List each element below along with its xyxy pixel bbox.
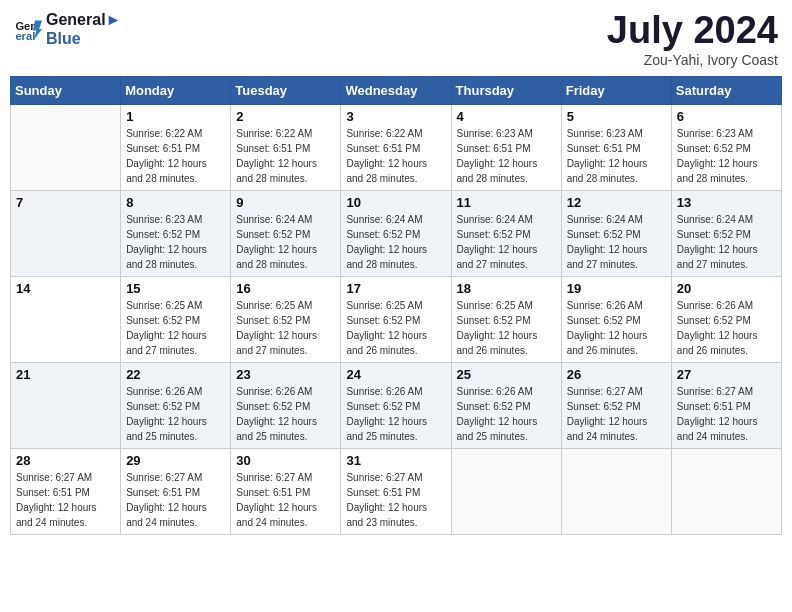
day-number: 22	[126, 367, 225, 382]
day-number: 10	[346, 195, 445, 210]
day-detail: Sunrise: 6:25 AMSunset: 6:52 PMDaylight:…	[457, 298, 556, 358]
day-detail: Sunrise: 6:27 AMSunset: 6:51 PMDaylight:…	[16, 470, 115, 530]
day-number: 5	[567, 109, 666, 124]
calendar-cell: 24Sunrise: 6:26 AMSunset: 6:52 PMDayligh…	[341, 362, 451, 448]
calendar-cell: 5Sunrise: 6:23 AMSunset: 6:51 PMDaylight…	[561, 104, 671, 190]
day-number: 8	[126, 195, 225, 210]
calendar-cell	[671, 448, 781, 534]
day-detail: Sunrise: 6:27 AMSunset: 6:51 PMDaylight:…	[677, 384, 776, 444]
logo: Gen eral General► Blue	[14, 10, 121, 48]
day-detail: Sunrise: 6:25 AMSunset: 6:52 PMDaylight:…	[346, 298, 445, 358]
day-number: 26	[567, 367, 666, 382]
calendar-cell: 22Sunrise: 6:26 AMSunset: 6:52 PMDayligh…	[121, 362, 231, 448]
calendar-cell: 31Sunrise: 6:27 AMSunset: 6:51 PMDayligh…	[341, 448, 451, 534]
day-number: 15	[126, 281, 225, 296]
day-number: 11	[457, 195, 556, 210]
calendar-cell: 28Sunrise: 6:27 AMSunset: 6:51 PMDayligh…	[11, 448, 121, 534]
location: Zou-Yahi, Ivory Coast	[607, 52, 778, 68]
day-number: 29	[126, 453, 225, 468]
calendar-cell: 29Sunrise: 6:27 AMSunset: 6:51 PMDayligh…	[121, 448, 231, 534]
month-title: July 2024	[607, 10, 778, 52]
calendar-cell: 10Sunrise: 6:24 AMSunset: 6:52 PMDayligh…	[341, 190, 451, 276]
calendar-cell: 3Sunrise: 6:22 AMSunset: 6:51 PMDaylight…	[341, 104, 451, 190]
day-detail: Sunrise: 6:26 AMSunset: 6:52 PMDaylight:…	[567, 298, 666, 358]
calendar-cell: 25Sunrise: 6:26 AMSunset: 6:52 PMDayligh…	[451, 362, 561, 448]
day-number: 23	[236, 367, 335, 382]
day-number: 18	[457, 281, 556, 296]
calendar-week-row: 78Sunrise: 6:23 AMSunset: 6:52 PMDayligh…	[11, 190, 782, 276]
day-detail: Sunrise: 6:27 AMSunset: 6:51 PMDaylight:…	[346, 470, 445, 530]
calendar-cell: 1Sunrise: 6:22 AMSunset: 6:51 PMDaylight…	[121, 104, 231, 190]
calendar-cell: 17Sunrise: 6:25 AMSunset: 6:52 PMDayligh…	[341, 276, 451, 362]
day-detail: Sunrise: 6:26 AMSunset: 6:52 PMDaylight:…	[677, 298, 776, 358]
calendar-cell: 9Sunrise: 6:24 AMSunset: 6:52 PMDaylight…	[231, 190, 341, 276]
day-number: 25	[457, 367, 556, 382]
calendar-header-thursday: Thursday	[451, 76, 561, 104]
day-number: 7	[16, 195, 115, 210]
day-detail: Sunrise: 6:24 AMSunset: 6:52 PMDaylight:…	[677, 212, 776, 272]
day-detail: Sunrise: 6:27 AMSunset: 6:52 PMDaylight:…	[567, 384, 666, 444]
calendar-cell: 16Sunrise: 6:25 AMSunset: 6:52 PMDayligh…	[231, 276, 341, 362]
calendar-cell: 14	[11, 276, 121, 362]
calendar-cell: 27Sunrise: 6:27 AMSunset: 6:51 PMDayligh…	[671, 362, 781, 448]
calendar-cell: 15Sunrise: 6:25 AMSunset: 6:52 PMDayligh…	[121, 276, 231, 362]
day-detail: Sunrise: 6:23 AMSunset: 6:52 PMDaylight:…	[677, 126, 776, 186]
day-detail: Sunrise: 6:23 AMSunset: 6:51 PMDaylight:…	[457, 126, 556, 186]
calendar-cell: 21	[11, 362, 121, 448]
day-number: 12	[567, 195, 666, 210]
calendar-cell: 13Sunrise: 6:24 AMSunset: 6:52 PMDayligh…	[671, 190, 781, 276]
calendar-cell: 8Sunrise: 6:23 AMSunset: 6:52 PMDaylight…	[121, 190, 231, 276]
day-number: 31	[346, 453, 445, 468]
day-detail: Sunrise: 6:26 AMSunset: 6:52 PMDaylight:…	[126, 384, 225, 444]
day-detail: Sunrise: 6:24 AMSunset: 6:52 PMDaylight:…	[567, 212, 666, 272]
day-detail: Sunrise: 6:26 AMSunset: 6:52 PMDaylight:…	[457, 384, 556, 444]
day-number: 30	[236, 453, 335, 468]
day-detail: Sunrise: 6:25 AMSunset: 6:52 PMDaylight:…	[236, 298, 335, 358]
day-detail: Sunrise: 6:23 AMSunset: 6:52 PMDaylight:…	[126, 212, 225, 272]
calendar-cell	[11, 104, 121, 190]
calendar-header-monday: Monday	[121, 76, 231, 104]
calendar-week-row: 1415Sunrise: 6:25 AMSunset: 6:52 PMDayli…	[11, 276, 782, 362]
day-detail: Sunrise: 6:25 AMSunset: 6:52 PMDaylight:…	[126, 298, 225, 358]
day-detail: Sunrise: 6:27 AMSunset: 6:51 PMDaylight:…	[126, 470, 225, 530]
calendar-header-friday: Friday	[561, 76, 671, 104]
calendar-header-wednesday: Wednesday	[341, 76, 451, 104]
day-detail: Sunrise: 6:22 AMSunset: 6:51 PMDaylight:…	[346, 126, 445, 186]
calendar-cell: 19Sunrise: 6:26 AMSunset: 6:52 PMDayligh…	[561, 276, 671, 362]
calendar-header-sunday: Sunday	[11, 76, 121, 104]
day-number: 28	[16, 453, 115, 468]
day-number: 3	[346, 109, 445, 124]
day-detail: Sunrise: 6:24 AMSunset: 6:52 PMDaylight:…	[457, 212, 556, 272]
calendar-week-row: 1Sunrise: 6:22 AMSunset: 6:51 PMDaylight…	[11, 104, 782, 190]
day-detail: Sunrise: 6:27 AMSunset: 6:51 PMDaylight:…	[236, 470, 335, 530]
day-number: 19	[567, 281, 666, 296]
calendar-cell: 12Sunrise: 6:24 AMSunset: 6:52 PMDayligh…	[561, 190, 671, 276]
page-header: Gen eral General► Blue July 2024 Zou-Yah…	[10, 10, 782, 68]
svg-text:eral: eral	[15, 30, 35, 42]
day-detail: Sunrise: 6:26 AMSunset: 6:52 PMDaylight:…	[346, 384, 445, 444]
day-detail: Sunrise: 6:24 AMSunset: 6:52 PMDaylight:…	[236, 212, 335, 272]
day-number: 24	[346, 367, 445, 382]
calendar-cell: 30Sunrise: 6:27 AMSunset: 6:51 PMDayligh…	[231, 448, 341, 534]
logo-text: General► Blue	[46, 10, 121, 48]
day-number: 6	[677, 109, 776, 124]
calendar-header-tuesday: Tuesday	[231, 76, 341, 104]
logo-icon: Gen eral	[14, 15, 42, 43]
calendar-cell: 20Sunrise: 6:26 AMSunset: 6:52 PMDayligh…	[671, 276, 781, 362]
day-number: 17	[346, 281, 445, 296]
calendar-cell: 11Sunrise: 6:24 AMSunset: 6:52 PMDayligh…	[451, 190, 561, 276]
day-number: 21	[16, 367, 115, 382]
calendar-header-row: SundayMondayTuesdayWednesdayThursdayFrid…	[11, 76, 782, 104]
day-number: 9	[236, 195, 335, 210]
day-number: 13	[677, 195, 776, 210]
day-number: 16	[236, 281, 335, 296]
day-detail: Sunrise: 6:22 AMSunset: 6:51 PMDaylight:…	[126, 126, 225, 186]
title-block: July 2024 Zou-Yahi, Ivory Coast	[607, 10, 778, 68]
calendar-cell	[451, 448, 561, 534]
calendar-week-row: 28Sunrise: 6:27 AMSunset: 6:51 PMDayligh…	[11, 448, 782, 534]
day-detail: Sunrise: 6:26 AMSunset: 6:52 PMDaylight:…	[236, 384, 335, 444]
day-number: 20	[677, 281, 776, 296]
calendar-cell: 7	[11, 190, 121, 276]
calendar-table: SundayMondayTuesdayWednesdayThursdayFrid…	[10, 76, 782, 535]
day-detail: Sunrise: 6:24 AMSunset: 6:52 PMDaylight:…	[346, 212, 445, 272]
